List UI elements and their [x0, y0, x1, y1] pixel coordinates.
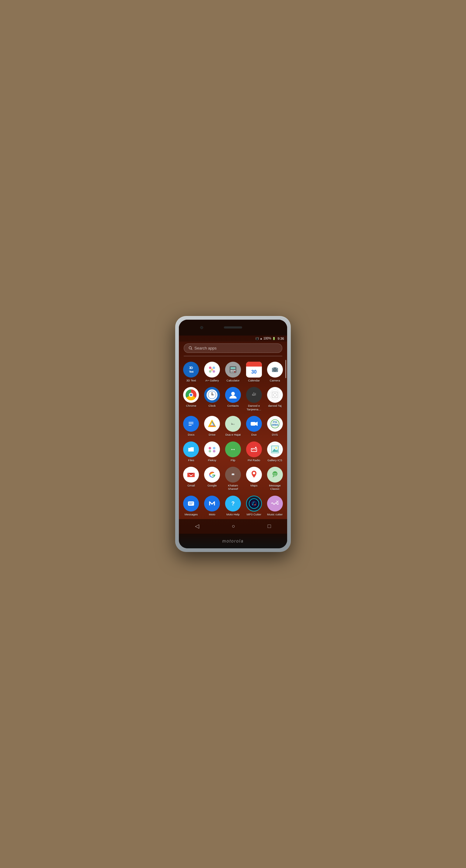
app-item-dvs[interactable]: PTA DRBS DVS	[265, 414, 285, 438]
app-item-text3d[interactable]: 3DText 3D Text	[181, 360, 201, 384]
app-item-messages[interactable]: Messages	[181, 494, 201, 518]
app-label-files: Files	[188, 459, 194, 462]
navigation-bar: ◁ ○ □	[179, 519, 287, 534]
svg-point-5	[209, 370, 211, 373]
svg-rect-76	[188, 501, 194, 506]
app-item-fmradio[interactable]: FM Radio	[244, 440, 264, 464]
app-item-fleksy[interactable]: Fleksy	[202, 440, 222, 464]
front-camera	[200, 326, 203, 329]
svg-rect-11	[232, 370, 234, 371]
svg-point-74	[275, 473, 276, 474]
recents-button[interactable]: □	[264, 522, 275, 531]
app-item-camera[interactable]: Camera	[265, 360, 285, 384]
app-grid: 3DText 3D Text	[179, 359, 287, 519]
app-item-contacts[interactable]: Contacts	[223, 385, 243, 413]
app-item-docs[interactable]: Docs	[181, 414, 201, 438]
motohelp-icon: ?	[225, 496, 241, 512]
app-item-gmail[interactable]: Gmail	[181, 465, 201, 493]
search-bar[interactable]: Search apps	[184, 343, 282, 353]
svg-rect-9	[231, 367, 235, 369]
clock-icon	[204, 387, 220, 403]
app-label-chrome: Chrome	[186, 404, 197, 407]
app-item-files[interactable]: Files	[181, 440, 201, 464]
svg-point-6	[212, 370, 215, 373]
app-label-calendar: Calendar	[248, 379, 260, 382]
app-label-musiccutter: Music cutter	[267, 513, 282, 516]
app-label-motohelp: Moto Help	[226, 513, 239, 516]
svg-point-19	[274, 369, 275, 371]
app-label-contacts: Contacts	[227, 404, 239, 407]
svg-point-50	[206, 444, 218, 455]
app-item-chrome[interactable]: Chrome	[181, 385, 201, 413]
phone-screen-container: 📳 ▲ 100% 🔋 9:36 Search apps	[179, 320, 287, 548]
svg-point-24	[212, 395, 212, 396]
app-item-flip[interactable]: ↔ Flip	[223, 440, 243, 464]
svg-text:?: ?	[231, 500, 235, 506]
app-item-clock[interactable]: Clock	[202, 385, 222, 413]
svg-rect-77	[189, 503, 193, 503]
app-item-daroodtaj[interactable]: darood Taj	[265, 385, 285, 413]
files-icon	[183, 441, 199, 457]
app-item-msgclassic[interactable]: Message Classic	[265, 465, 285, 493]
scrollbar[interactable]	[285, 360, 286, 378]
svg-point-53	[209, 450, 211, 453]
svg-rect-43	[251, 422, 256, 426]
app-item-motohelp[interactable]: ? Moto Help	[223, 494, 243, 518]
status-time: 9:36	[278, 337, 284, 340]
app-item-moto[interactable]: Moto	[202, 494, 222, 518]
app-label-khatam: Khatam Shareef	[224, 484, 242, 491]
app-label-darood: Darood e Tanjeena…	[245, 404, 263, 411]
svg-text:DRBS: DRBS	[271, 424, 278, 426]
svg-rect-14	[232, 371, 234, 372]
google-icon	[204, 467, 220, 483]
agallery-icon	[204, 362, 220, 377]
app-item-calculator[interactable]: Calculator	[223, 360, 243, 384]
svg-point-51	[209, 447, 211, 450]
fmradio-icon	[246, 441, 262, 457]
app-item-musiccutter[interactable]: Music cutter	[265, 494, 285, 518]
svg-rect-32	[189, 422, 194, 423]
app-label-msgclassic: Message Classic	[266, 484, 284, 491]
maps-icon	[246, 467, 262, 483]
app-item-khatam[interactable]: 📖 Khatam Shareef	[223, 465, 243, 493]
app-item-agallery[interactable]: A+ Gallery	[202, 360, 222, 384]
daroodtaj-icon	[267, 387, 283, 403]
app-item-darood[interactable]: اَللّٰهُ Darood e Tanjeena…	[244, 385, 264, 413]
svg-point-70	[253, 472, 255, 474]
search-divider	[184, 356, 282, 356]
svg-rect-57	[252, 449, 257, 451]
svg-point-60	[255, 446, 257, 448]
speaker-grille	[224, 327, 242, 329]
darood-icon: اَللّٰهُ	[246, 387, 262, 403]
top-bezel	[179, 320, 287, 336]
svg-rect-15	[234, 371, 235, 372]
app-item-google[interactable]: Google	[202, 465, 222, 493]
svg-rect-10	[231, 370, 232, 371]
back-button[interactable]: ◁	[191, 522, 203, 531]
svg-point-26	[231, 392, 235, 396]
app-label-moto: Moto	[209, 513, 215, 516]
app-item-dua[interactable]: دعا Dua e Hajat	[223, 414, 243, 438]
camera-icon	[267, 362, 283, 377]
vibrate-icon: 📳	[256, 337, 259, 340]
svg-rect-13	[231, 371, 232, 372]
app-item-calendar[interactable]: 30 Calendar	[244, 360, 264, 384]
search-icon	[188, 346, 193, 350]
messages-icon	[183, 496, 199, 512]
app-item-drive[interactable]: Drive	[202, 414, 222, 438]
app-item-mp3cutter[interactable]: MP3 Cutter	[244, 494, 264, 518]
app-item-galleryics[interactable]: Gallery ICS	[265, 440, 285, 464]
app-item-duo[interactable]: Duo	[244, 414, 264, 438]
home-button[interactable]: ○	[228, 522, 239, 531]
dua-icon: دعا	[225, 416, 241, 432]
text3d-icon: 3DText	[183, 362, 199, 377]
galleryics-icon	[267, 441, 283, 457]
app-label-clock: Clock	[208, 404, 216, 407]
signal-icon: ▲	[260, 337, 263, 340]
app-label-camera: Camera	[270, 379, 280, 382]
battery-percentage: 100%	[263, 337, 271, 340]
status-icons: 📳 ▲ 100% 🔋 9:36	[256, 337, 284, 340]
app-label-maps: Maps	[250, 484, 257, 487]
svg-point-0	[189, 347, 191, 349]
app-item-maps[interactable]: Maps	[244, 465, 264, 493]
